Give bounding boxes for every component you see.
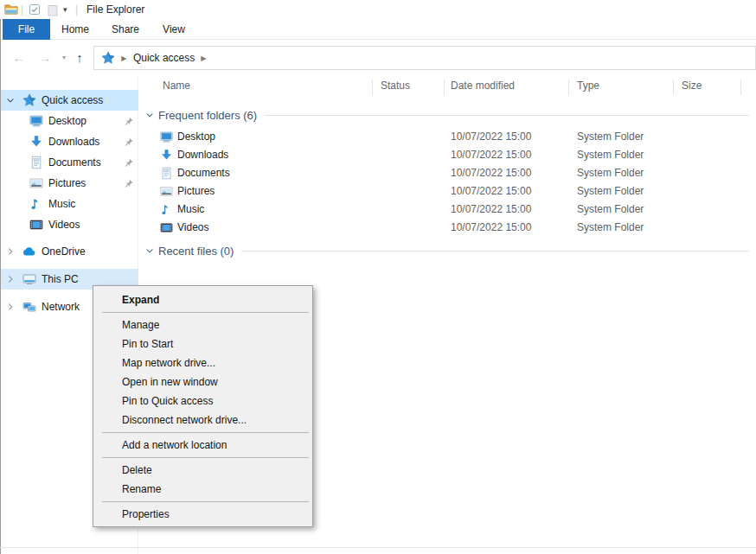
group-header-frequent-folders-6[interactable]: Frequent folders (6) bbox=[138, 107, 756, 123]
qat-properties-button[interactable] bbox=[28, 3, 42, 16]
group-header-recent-files-0[interactable]: Recent files (0) bbox=[138, 243, 756, 258]
desktop-icon bbox=[29, 114, 43, 128]
ribbon-tab-home[interactable]: Home bbox=[54, 19, 97, 40]
sidebar-item-label: Quick access bbox=[42, 94, 103, 106]
qat-customize-chevron-icon[interactable]: ▾ bbox=[63, 0, 67, 19]
file-explorer-window: | ▾ | File Explorer FileHomeShareView ← … bbox=[0, 0, 756, 554]
ribbon-tab-file[interactable]: File bbox=[3, 19, 50, 40]
ribbon-tab-view[interactable]: View bbox=[152, 19, 195, 40]
chevron-down-icon[interactable] bbox=[144, 245, 155, 256]
recent-locations-chevron-icon[interactable]: ▾ bbox=[55, 40, 73, 76]
music-icon bbox=[29, 197, 43, 211]
sidebar-item-label: OneDrive bbox=[42, 245, 86, 258]
menu-item-map-network-drive[interactable]: Map network drive... bbox=[93, 353, 312, 373]
breadcrumb-chevron-icon[interactable]: ▶ bbox=[202, 54, 207, 62]
file-row-documents[interactable]: Documents10/07/2022 15:00System Folder bbox=[138, 164, 756, 182]
pin-icon[interactable] bbox=[123, 157, 134, 169]
breadcrumb-location[interactable]: Quick access bbox=[133, 52, 195, 64]
sidebar-item-downloads[interactable]: Downloads bbox=[0, 131, 138, 152]
up-button[interactable]: ↑ bbox=[71, 40, 88, 76]
column-header-status[interactable]: Status bbox=[381, 76, 410, 95]
pin-icon[interactable] bbox=[123, 178, 134, 189]
quick-access-icon bbox=[22, 93, 36, 107]
sidebar-item-label: Pictures bbox=[48, 177, 86, 189]
file-name: Videos bbox=[177, 219, 208, 237]
downloads-icon bbox=[160, 149, 173, 162]
file-name: Desktop bbox=[177, 128, 215, 146]
ribbon-tab-share[interactable]: Share bbox=[102, 19, 149, 40]
sidebar-item-label: Desktop bbox=[48, 115, 86, 127]
sidebar-item-desktop[interactable]: Desktop bbox=[0, 111, 138, 131]
file-row-desktop[interactable]: Desktop10/07/2022 15:00System Folder bbox=[138, 128, 756, 146]
sidebar-item-music[interactable]: Music bbox=[0, 194, 138, 214]
group-header-label: Frequent folders (6) bbox=[158, 109, 257, 122]
sidebar-item-onedrive[interactable]: OneDrive bbox=[0, 241, 138, 262]
menu-item-open-in-new-window[interactable]: Open in new window bbox=[93, 373, 312, 392]
file-date-modified: 10/07/2022 15:00 bbox=[451, 219, 531, 237]
file-date-modified: 10/07/2022 15:00 bbox=[451, 201, 531, 219]
file-date-modified: 10/07/2022 15:00 bbox=[451, 146, 531, 164]
titlebar-divider: | bbox=[75, 0, 78, 19]
chevron-right-icon[interactable] bbox=[5, 302, 16, 312]
title-bar: | ▾ | File Explorer bbox=[0, 0, 756, 19]
file-name: Music bbox=[177, 201, 204, 219]
sidebar-item-pictures[interactable]: Pictures bbox=[0, 173, 138, 194]
column-separator[interactable] bbox=[740, 80, 741, 95]
menu-item-add-a-network-location[interactable]: Add a network location bbox=[93, 436, 312, 455]
sidebar-item-label: Network bbox=[42, 301, 80, 313]
menu-item-expand[interactable]: Expand bbox=[93, 290, 312, 309]
sidebar-item-videos[interactable]: Videos bbox=[0, 214, 138, 235]
downloads-icon bbox=[29, 135, 43, 149]
address-bar[interactable]: ▶ Quick access ▶ bbox=[93, 46, 756, 70]
pictures-icon bbox=[29, 176, 43, 190]
file-row-music[interactable]: Music10/07/2022 15:00System Folder bbox=[138, 201, 756, 219]
menu-item-delete[interactable]: Delete bbox=[93, 461, 312, 480]
sidebar-item-label: Downloads bbox=[48, 136, 99, 148]
column-separator[interactable] bbox=[568, 80, 569, 95]
column-header-date-modified[interactable]: Date modified bbox=[451, 76, 515, 95]
column-separator[interactable] bbox=[673, 80, 674, 95]
menu-item-pin-to-start[interactable]: Pin to Start bbox=[93, 334, 312, 353]
forward-button[interactable]: → bbox=[36, 40, 54, 76]
menu-item-rename[interactable]: Rename bbox=[93, 480, 312, 499]
sidebar-item-label: Documents bbox=[48, 156, 101, 169]
file-date-modified: 10/07/2022 15:00 bbox=[451, 128, 531, 146]
quick-access-star-icon bbox=[101, 51, 115, 65]
statusbar-divider bbox=[0, 547, 756, 548]
menu-item-properties[interactable]: Properties bbox=[93, 505, 312, 524]
group-header-label: Recent files (0) bbox=[158, 245, 234, 258]
menu-item-manage[interactable]: Manage bbox=[93, 315, 312, 334]
menu-item-disconnect-network-drive[interactable]: Disconnect network drive... bbox=[93, 411, 312, 430]
menu-item-pin-to-quick-access[interactable]: Pin to Quick access bbox=[93, 392, 312, 411]
chevron-down-icon[interactable] bbox=[5, 95, 16, 105]
file-row-videos[interactable]: Videos10/07/2022 15:00System Folder bbox=[138, 219, 756, 237]
chevron-right-icon[interactable] bbox=[5, 246, 16, 257]
file-name: Pictures bbox=[177, 182, 215, 201]
menu-separator bbox=[102, 501, 309, 502]
sidebar-item-quick-access[interactable]: Quick access bbox=[0, 90, 138, 111]
chevron-right-icon[interactable] bbox=[5, 274, 16, 284]
column-header-type[interactable]: Type bbox=[577, 76, 599, 95]
pin-icon[interactable] bbox=[123, 137, 134, 148]
titlebar-divider: | bbox=[21, 0, 23, 19]
file-date-modified: 10/07/2022 15:00 bbox=[451, 164, 531, 182]
pictures-icon bbox=[160, 185, 173, 198]
documents-icon bbox=[29, 156, 43, 169]
file-row-pictures[interactable]: Pictures10/07/2022 15:00System Folder bbox=[138, 182, 756, 201]
column-header-name[interactable]: Name bbox=[163, 76, 190, 95]
menu-separator bbox=[102, 457, 309, 458]
file-type: System Folder bbox=[577, 146, 644, 164]
back-button[interactable]: ← bbox=[10, 40, 28, 76]
music-icon bbox=[160, 203, 173, 216]
this-pc-icon bbox=[22, 272, 36, 286]
qat-new-folder-button[interactable] bbox=[46, 3, 60, 17]
breadcrumb-chevron-icon[interactable]: ▶ bbox=[121, 54, 126, 62]
file-row-downloads[interactable]: Downloads10/07/2022 15:00System Folder bbox=[138, 146, 756, 164]
chevron-down-icon[interactable] bbox=[144, 110, 155, 120]
column-separator[interactable] bbox=[444, 80, 445, 95]
column-separator[interactable] bbox=[372, 80, 373, 95]
explorer-folder-icon bbox=[4, 3, 18, 16]
pin-icon[interactable] bbox=[123, 116, 134, 127]
sidebar-item-documents[interactable]: Documents bbox=[0, 152, 138, 173]
column-header-size[interactable]: Size bbox=[682, 76, 702, 95]
